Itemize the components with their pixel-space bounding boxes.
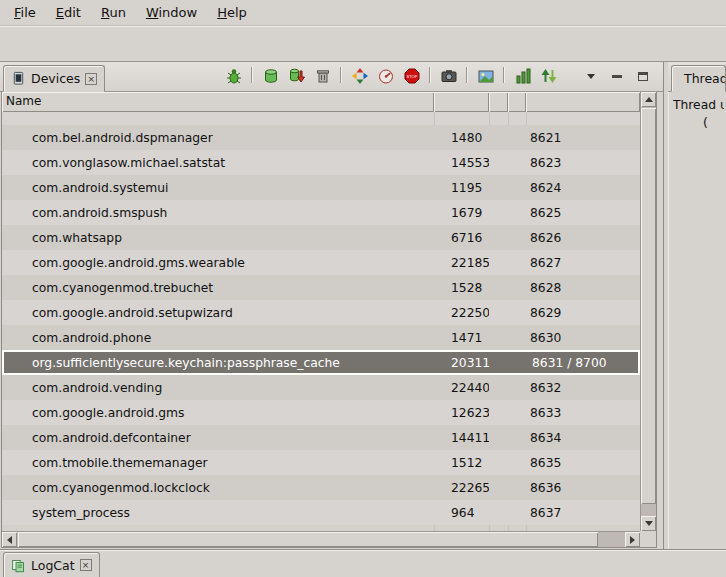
scroll-down-button[interactable] — [641, 516, 656, 531]
table-row-selected[interactable]: org.sufficientlysecure.keychain:passphra… — [2, 350, 640, 375]
threads-tabbar: Threads — [668, 62, 726, 92]
table-row[interactable]: com.android.phone 1471 8630 — [2, 325, 640, 350]
process-port: 8621 — [526, 131, 640, 145]
threads-message-line1: Thread up — [673, 97, 724, 114]
scroll-left-button[interactable] — [2, 532, 17, 547]
process-port: 8629 — [526, 306, 640, 320]
scroll-up-button[interactable] — [641, 92, 656, 107]
process-port: 8636 — [526, 481, 640, 495]
threads-panel: Threads Thread up ( — [668, 62, 726, 549]
start-method-profiling-icon[interactable] — [373, 65, 398, 87]
logcat-bar: LogCat × — [0, 549, 726, 577]
process-port: 8625 — [526, 206, 640, 220]
devices-panel: Devices × — [0, 62, 664, 549]
process-name: system_process — [2, 506, 434, 520]
table-row[interactable]: com.google.android.gms.wearable 22185 86… — [2, 250, 640, 275]
screen-record-icon[interactable] — [473, 65, 498, 87]
vertical-scrollbar[interactable] — [640, 92, 656, 531]
table-body: com.bel.android.dspmanager 1480 8621 com… — [2, 112, 640, 531]
close-icon[interactable]: × — [85, 73, 97, 85]
process-name: com.cyanogenmod.trebuchet — [2, 281, 434, 295]
toolbar-separator — [340, 67, 342, 83]
capture-view-hierarchy-icon[interactable] — [510, 65, 535, 87]
horizontal-scrollbar[interactable] — [2, 531, 640, 547]
process-name: org.sufficientlysecure.keychain:passphra… — [4, 356, 436, 370]
maximize-icon[interactable] — [630, 65, 655, 87]
vertical-scrollbar-thumb[interactable] — [641, 108, 656, 504]
menu-help[interactable]: Help — [207, 2, 257, 23]
network-statistics-icon[interactable] — [536, 65, 561, 87]
update-threads-icon[interactable] — [347, 65, 372, 87]
process-pid: 964 — [434, 506, 489, 520]
tab-logcat[interactable]: LogCat × — [3, 552, 100, 577]
update-heap-icon[interactable] — [258, 65, 283, 87]
view-menu-icon[interactable] — [578, 65, 603, 87]
table-row[interactable]: com.android.smspush 1679 8625 — [2, 200, 640, 225]
process-port: 8630 — [526, 331, 640, 345]
toolbar-separator — [251, 67, 253, 83]
menu-file[interactable]: File — [4, 2, 46, 23]
column-header-port[interactable] — [526, 92, 640, 112]
main-split: Devices × — [0, 62, 726, 549]
scroll-right-button[interactable] — [625, 532, 640, 547]
table-header: Name — [2, 92, 640, 112]
process-name: com.bel.android.dspmanager — [2, 131, 434, 145]
tab-devices-label: Devices — [31, 71, 80, 86]
table-row[interactable]: com.google.android.setupwizard 22250 862… — [2, 300, 640, 325]
column-header-pid[interactable] — [434, 92, 489, 112]
menu-edit[interactable]: Edit — [46, 2, 91, 23]
logcat-icon — [11, 558, 26, 573]
table-row[interactable]: com.tmobile.thememanager 1512 8635 — [2, 450, 640, 475]
table-row[interactable]: com.android.vending 22440 8632 — [2, 375, 640, 400]
process-name: com.android.defcontainer — [2, 431, 434, 445]
table-row[interactable]: com.cyanogenmod.trebuchet 1528 8628 — [2, 275, 640, 300]
table-row[interactable]: com.vonglasow.michael.satstat 14553 8623 — [2, 150, 640, 175]
table-row[interactable]: system_process 964 8637 — [2, 500, 640, 525]
table-row[interactable]: com.android.systemui 1195 8624 — [2, 175, 640, 200]
screen-capture-icon[interactable] — [436, 65, 461, 87]
devices-table: Name com.bel.android.dspmanager 1480 — [1, 92, 657, 548]
dump-hprof-icon[interactable] — [284, 65, 309, 87]
table-row[interactable]: com.google.android.gms 12623 8633 — [2, 400, 640, 425]
menu-window[interactable]: Window — [136, 2, 207, 23]
stop-process-icon[interactable]: STOP — [399, 65, 424, 87]
close-icon[interactable]: × — [80, 559, 92, 571]
svg-text:STOP: STOP — [406, 74, 417, 79]
devices-tabbar: Devices × — [0, 62, 663, 92]
cause-gc-icon[interactable] — [310, 65, 335, 87]
process-port: 8627 — [526, 256, 640, 270]
process-name: com.vonglasow.michael.satstat — [2, 156, 434, 170]
column-header-empty[interactable] — [489, 92, 508, 112]
table-row[interactable]: com.whatsapp 6716 8626 — [2, 225, 640, 250]
debug-process-icon[interactable] — [221, 65, 246, 87]
process-pid: 1471 — [434, 331, 489, 345]
table-row[interactable]: com.android.defcontainer 14411 8634 — [2, 425, 640, 450]
table-row[interactable]: com.cyanogenmod.lockclock 22265 8636 — [2, 475, 640, 500]
process-name: com.cyanogenmod.lockclock — [2, 481, 434, 495]
horizontal-scrollbar-thumb[interactable] — [18, 532, 598, 547]
table-row[interactable]: com.bel.android.dspmanager 1480 8621 — [2, 125, 640, 150]
menu-bar: File Edit Run Window Help — [0, 0, 726, 26]
process-name: com.tmobile.thememanager — [2, 456, 434, 470]
tab-logcat-label: LogCat — [31, 558, 75, 573]
threads-content: Thread up ( — [668, 92, 726, 549]
column-header-name[interactable]: Name — [2, 92, 434, 112]
process-port: 8635 — [526, 456, 640, 470]
process-pid: 12623 — [434, 406, 489, 420]
process-port: 8637 — [526, 506, 640, 520]
tab-threads[interactable]: Threads — [671, 65, 726, 92]
partial-row — [2, 112, 640, 125]
column-header-empty[interactable] — [508, 92, 526, 112]
process-pid: 1512 — [434, 456, 489, 470]
threads-message-line2: ( — [673, 114, 724, 131]
process-name: com.google.android.gms — [2, 406, 434, 420]
tab-devices[interactable]: Devices × — [3, 65, 105, 92]
process-port: 8623 — [526, 156, 640, 170]
menu-run[interactable]: Run — [91, 2, 136, 23]
scrollbar-corner — [640, 531, 656, 547]
device-icon — [11, 71, 26, 86]
process-port: 8634 — [526, 431, 640, 445]
minimize-icon[interactable] — [604, 65, 629, 87]
process-pid: 22440 — [434, 381, 489, 395]
ddms-window: File Edit Run Window Help Devices × — [0, 0, 726, 577]
